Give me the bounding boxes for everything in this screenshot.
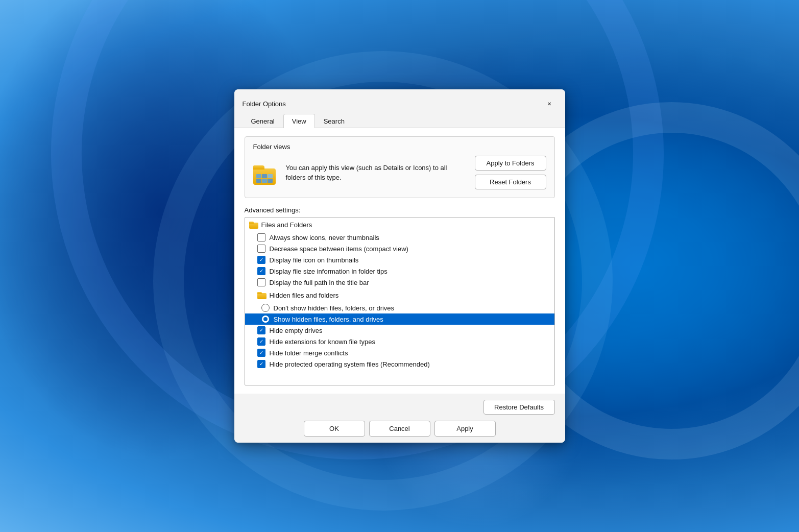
apply-button[interactable]: Apply: [434, 421, 496, 437]
setting-label: Show hidden files, folders, and drives: [274, 316, 383, 323]
tabs-container: General View Search: [234, 114, 565, 128]
checkbox-hide-folder-merge[interactable]: [257, 349, 265, 357]
checkbox-always-show-icons[interactable]: [257, 233, 265, 241]
grid-cell: [256, 174, 261, 178]
advanced-settings-label: Advanced settings:: [245, 206, 555, 214]
ok-button[interactable]: OK: [304, 421, 365, 437]
restore-defaults-button[interactable]: Restore Defaults: [483, 400, 555, 415]
tab-content: Folder views You can apply this view (: [234, 128, 565, 394]
hidden-folder-icon: [257, 291, 267, 299]
setting-label: Hide folder merge conflicts: [270, 349, 348, 357]
title-bar: Folder Options ✕: [234, 89, 565, 112]
reset-folders-button[interactable]: Reset Folders: [475, 175, 546, 189]
folder-icon: [253, 160, 278, 185]
setting-label: Hide extensions for known file types: [270, 338, 375, 346]
tab-search[interactable]: Search: [315, 114, 353, 128]
setting-label: Hide empty drives: [270, 327, 323, 334]
folder-grid: [256, 174, 273, 183]
grid-cell: [268, 174, 273, 178]
setting-label: Display file icon on thumbnails: [270, 256, 359, 264]
setting-label: Display the full path in the title bar: [270, 279, 369, 286]
checkbox-hide-empty-drives[interactable]: [257, 326, 265, 334]
folder-options-dialog: Folder Options ✕ General View Search Fol…: [234, 89, 565, 443]
setting-hide-protected-files[interactable]: Hide protected operating system files (R…: [245, 358, 554, 370]
checkbox-display-file-size[interactable]: [257, 267, 265, 275]
hidden-group-label: Hidden files and folders: [270, 292, 339, 299]
setting-always-show-icons[interactable]: Always show icons, never thumbnails: [245, 232, 554, 243]
grid-cell: [262, 179, 267, 183]
setting-hide-folder-merge[interactable]: Hide folder merge conflicts: [245, 347, 554, 358]
setting-show-hidden[interactable]: Show hidden files, folders, and drives: [245, 313, 554, 325]
checkbox-display-file-icon[interactable]: [257, 256, 265, 264]
checkbox-display-full-path[interactable]: [257, 278, 265, 286]
folder-small-icon: [249, 221, 258, 229]
grid-cell: [262, 174, 267, 178]
setting-dont-show-hidden[interactable]: Don't show hidden files, folders, or dri…: [245, 302, 554, 313]
folder-views-section: Folder views You can apply this view (: [245, 136, 555, 198]
apply-to-folders-button[interactable]: Apply to Folders: [475, 156, 546, 171]
group-label: Files and Folders: [261, 221, 312, 229]
dialog-title: Folder Options: [243, 100, 286, 108]
radio-dont-show-hidden[interactable]: [261, 304, 270, 312]
folder-views-row: You can apply this view (such as Details…: [253, 156, 546, 189]
radio-show-hidden[interactable]: [261, 315, 270, 323]
setting-label: Hide protected operating system files (R…: [270, 360, 430, 368]
settings-list[interactable]: Files and Folders Always show icons, nev…: [245, 217, 555, 385]
setting-hide-extensions[interactable]: Hide extensions for known file types: [245, 336, 554, 347]
bottom-area: Restore Defaults OK Cancel Apply: [234, 394, 565, 443]
restore-defaults-row: Restore Defaults: [245, 400, 555, 415]
cancel-button[interactable]: Cancel: [369, 421, 430, 437]
folder-views-title: Folder views: [253, 143, 546, 151]
setting-decrease-space[interactable]: Decrease space between items (compact vi…: [245, 243, 554, 254]
setting-display-file-icon[interactable]: Display file icon on thumbnails: [245, 254, 554, 265]
folder-views-buttons: Apply to Folders Reset Folders: [475, 156, 546, 189]
setting-display-file-size[interactable]: Display file size information in folder …: [245, 265, 554, 277]
setting-label: Decrease space between items (compact vi…: [270, 245, 408, 253]
action-buttons: OK Cancel Apply: [245, 421, 555, 437]
close-button[interactable]: ✕: [538, 95, 561, 112]
tab-view[interactable]: View: [283, 114, 315, 128]
checkbox-hide-extensions[interactable]: [257, 337, 265, 346]
grid-cell: [256, 179, 261, 183]
setting-label: Always show icons, never thumbnails: [270, 234, 379, 241]
setting-display-full-path[interactable]: Display the full path in the title bar: [245, 277, 554, 288]
setting-hide-empty-drives[interactable]: Hide empty drives: [245, 325, 554, 336]
setting-label: Display file size information in folder …: [270, 268, 388, 275]
checkbox-hide-protected-files[interactable]: [257, 360, 265, 368]
hidden-files-group: Hidden files and folders: [245, 288, 554, 302]
tab-general[interactable]: General: [243, 114, 283, 128]
checkbox-decrease-space[interactable]: [257, 245, 265, 253]
setting-label: Don't show hidden files, folders, or dri…: [274, 304, 395, 312]
folder-views-description: You can apply this view (such as Details…: [286, 163, 467, 183]
files-and-folders-group: Files and Folders: [245, 217, 554, 232]
grid-cell: [268, 179, 273, 183]
